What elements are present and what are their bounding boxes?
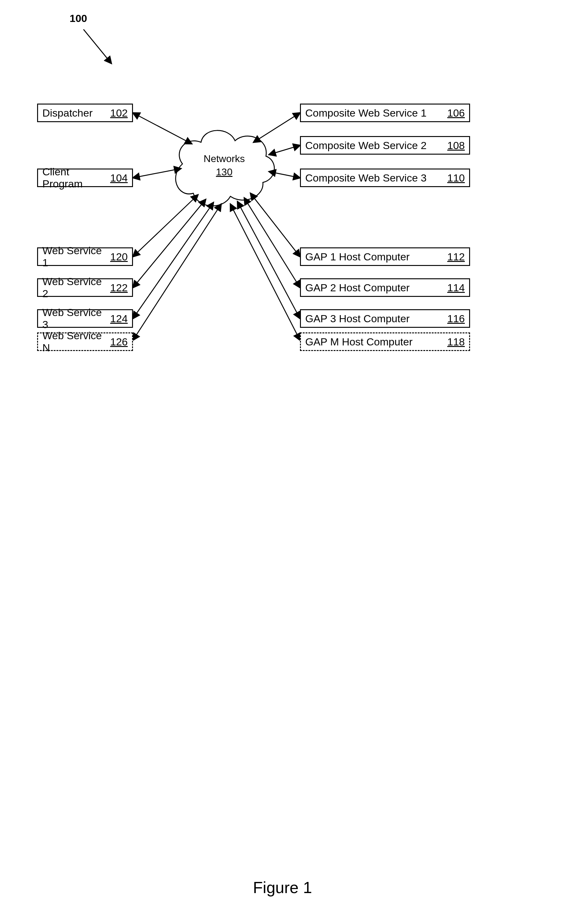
box-label: Composite Web Service 1 xyxy=(305,107,441,119)
box-ref: 102 xyxy=(110,107,128,119)
box-ref: 122 xyxy=(110,282,128,294)
box-composite-ws-2: Composite Web Service 2 108 xyxy=(300,136,470,154)
box-label: GAP 1 Host Computer xyxy=(305,251,441,263)
box-web-service-n: Web Service N 126 xyxy=(37,332,133,351)
box-gap-host-1: GAP 1 Host Computer 112 xyxy=(300,248,470,266)
box-label: Dispatcher xyxy=(42,107,104,119)
box-gap-host-m: GAP M Host Computer 118 xyxy=(300,332,470,351)
figure-caption: Figure 1 xyxy=(0,878,565,897)
box-composite-ws-1: Composite Web Service 1 106 xyxy=(300,104,470,122)
box-web-service-2: Web Service 2 122 xyxy=(37,278,133,297)
networks-ref: 130 xyxy=(193,166,255,178)
arrow-overlay xyxy=(0,0,565,924)
box-dispatcher: Dispatcher 102 xyxy=(37,104,133,122)
box-ref: 110 xyxy=(447,172,465,184)
box-ref: 108 xyxy=(447,140,465,152)
box-label: Web Service 1 xyxy=(42,244,104,269)
box-label: Client Program xyxy=(42,166,104,190)
svg-line-7 xyxy=(133,200,206,288)
box-ref: 124 xyxy=(110,313,128,325)
box-ref: 116 xyxy=(447,313,465,325)
networks-cloud: Networks 130 xyxy=(193,153,255,178)
svg-line-12 xyxy=(237,202,300,318)
svg-line-3 xyxy=(253,113,300,142)
svg-line-6 xyxy=(133,195,198,256)
box-ref: 112 xyxy=(447,251,465,263)
box-label: Composite Web Service 3 xyxy=(305,172,441,184)
svg-line-13 xyxy=(231,204,300,340)
diagram-page: 100 Ne xyxy=(0,0,565,924)
box-composite-ws-3: Composite Web Service 3 110 xyxy=(300,168,470,187)
box-label: Composite Web Service 2 xyxy=(305,140,441,152)
box-ref: 104 xyxy=(110,172,128,184)
box-label: GAP M Host Computer xyxy=(305,336,441,348)
box-web-service-3: Web Service 3 124 xyxy=(37,309,133,328)
networks-label: Networks xyxy=(204,153,244,164)
svg-line-2 xyxy=(133,168,181,178)
svg-line-10 xyxy=(250,193,300,256)
svg-line-1 xyxy=(133,113,192,144)
svg-line-0 xyxy=(84,29,111,63)
box-ref: 120 xyxy=(110,251,128,263)
svg-line-4 xyxy=(269,146,300,154)
box-gap-host-2: GAP 2 Host Computer 114 xyxy=(300,278,470,297)
svg-line-5 xyxy=(269,172,300,178)
box-label: GAP 3 Host Computer xyxy=(305,313,441,325)
box-web-service-1: Web Service 1 120 xyxy=(37,248,133,266)
box-ref: 114 xyxy=(447,282,465,294)
svg-line-11 xyxy=(244,198,300,288)
box-label: Web Service 2 xyxy=(42,276,104,300)
box-ref: 126 xyxy=(110,336,128,348)
box-client-program: Client Program 104 xyxy=(37,168,133,187)
box-ref: 118 xyxy=(447,336,465,348)
box-label: Web Service 3 xyxy=(42,306,104,331)
svg-line-8 xyxy=(133,202,213,318)
svg-line-9 xyxy=(133,204,221,340)
figure-number-label: 100 xyxy=(70,12,87,24)
box-label: Web Service N xyxy=(42,330,104,354)
box-ref: 106 xyxy=(447,107,465,119)
box-label: GAP 2 Host Computer xyxy=(305,282,441,294)
box-gap-host-3: GAP 3 Host Computer 116 xyxy=(300,309,470,328)
